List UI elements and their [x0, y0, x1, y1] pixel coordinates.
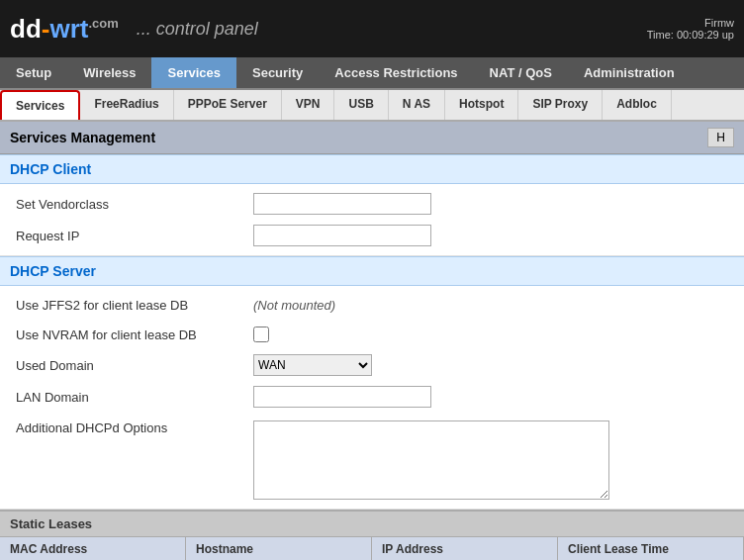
services-management-header: Services Management H [0, 122, 744, 154]
nav1-access-restrictions[interactable]: Access Restrictions [319, 57, 473, 88]
nav2-sip-proxy[interactable]: SIP Proxy [518, 90, 603, 120]
jffs2-label: Use JFFS2 for client lease DB [16, 298, 253, 313]
nav2-services[interactable]: Services [0, 90, 80, 120]
nav2-usb[interactable]: USB [334, 90, 388, 120]
col-ip-address: IP Address [372, 537, 558, 560]
used-domain-row: Used Domain WAN LAN None [0, 349, 744, 381]
services-management-title: Services Management [10, 130, 155, 145]
control-panel-label: ... control panel [129, 19, 258, 40]
nav2-pppoe-server[interactable]: PPPoE Server [174, 90, 282, 120]
jffs2-value: (Not mounted) [253, 298, 728, 313]
nav1-services[interactable]: Services [151, 57, 236, 88]
header: dd-wrt.com ... control panel Firmw Time:… [0, 0, 744, 57]
jffs2-row: Use JFFS2 for client lease DB (Not mount… [0, 290, 744, 320]
nav1-security[interactable]: Security [236, 57, 319, 88]
used-domain-label: Used Domain [16, 358, 253, 373]
nav1-administration[interactable]: Administration [568, 57, 691, 88]
nvram-label: Use NVRAM for client lease DB [16, 327, 253, 342]
dhcp-client-title: DHCP Client [0, 154, 744, 184]
additional-dhcpd-row: Additional DHCPd Options [0, 413, 744, 505]
col-client-lease-time: Client Lease Time [558, 537, 744, 560]
request-ip-row: Request IP [0, 220, 744, 251]
dhcp-server-title: DHCP Server [0, 256, 744, 286]
help-button[interactable]: H [707, 128, 734, 147]
main-content: DHCP Client Set Vendorclass Request IP D… [0, 154, 744, 560]
nav1-wireless[interactable]: Wireless [67, 57, 151, 88]
static-leases-header: Static Leases [0, 510, 744, 536]
lan-domain-row: LAN Domain [0, 381, 744, 413]
lan-domain-input[interactable] [253, 386, 431, 408]
logo-area: dd-wrt.com ... control panel [10, 14, 258, 45]
table-header-row: MAC Address Hostname IP Address Client L… [0, 536, 744, 560]
additional-dhcpd-textarea[interactable] [253, 420, 609, 500]
nav1-nat-qos[interactable]: NAT / QoS [474, 57, 568, 88]
col-hostname: Hostname [186, 537, 372, 560]
nav-bar-1: Setup Wireless Services Security Access … [0, 57, 744, 90]
additional-dhcpd-label: Additional DHCPd Options [16, 420, 253, 435]
nav2-nas[interactable]: N AS [389, 90, 445, 120]
nav2-adbloc[interactable]: Adbloc [603, 90, 672, 120]
nav2-vpn[interactable]: VPN [282, 90, 335, 120]
set-vendorclass-input[interactable] [253, 193, 431, 215]
nvram-row: Use NVRAM for client lease DB [0, 320, 744, 349]
nav-bar-2: Services FreeRadius PPPoE Server VPN USB… [0, 90, 744, 122]
firm-info: Firmw Time: 00:09:29 up [647, 17, 734, 41]
lan-domain-label: LAN Domain [16, 390, 253, 405]
dhcp-server-section: Use JFFS2 for client lease DB (Not mount… [0, 286, 744, 510]
dhcp-client-section: Set Vendorclass Request IP [0, 184, 744, 256]
nvram-checkbox[interactable] [253, 327, 269, 342]
col-mac-address: MAC Address [0, 537, 186, 560]
request-ip-label: Request IP [16, 229, 253, 243]
nav2-hotspot[interactable]: Hotspot [445, 90, 518, 120]
set-vendorclass-label: Set Vendorclass [16, 197, 253, 212]
nav1-setup[interactable]: Setup [0, 57, 67, 88]
request-ip-input[interactable] [253, 225, 431, 246]
used-domain-select[interactable]: WAN LAN None [253, 354, 372, 376]
nav2-freeradius[interactable]: FreeRadius [80, 90, 173, 120]
logo: dd-wrt.com [10, 14, 119, 45]
set-vendorclass-row: Set Vendorclass [0, 188, 744, 220]
